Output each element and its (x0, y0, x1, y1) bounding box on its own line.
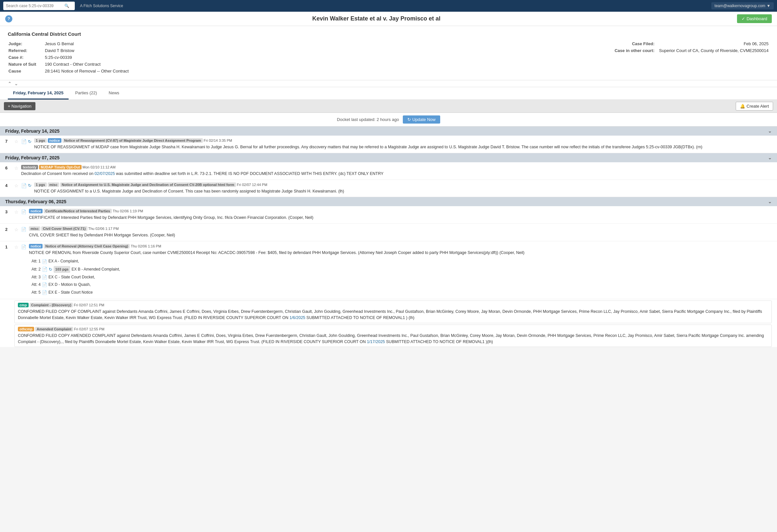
att-label-3: EX C - State Court Docket, (48, 274, 95, 281)
att-num-3: Att: 3 (31, 274, 41, 281)
link-date-sub1[interactable]: 1/6/2025 (289, 315, 305, 320)
entry-star-3[interactable]: ☆ (14, 209, 18, 215)
att-doc-icon-3[interactable]: 📄 (42, 274, 47, 281)
tag-notice-3: notice (29, 209, 42, 213)
entry-number-2: 2 (5, 226, 12, 232)
att-num-1: Att: 1 (31, 258, 41, 265)
user-email: team@walkernovagroup.com (714, 4, 765, 8)
case-title-bar: ? Kevin Walker Estate et al v. Jay Promi… (0, 12, 777, 26)
collapse-down-icon[interactable]: ⌄ (14, 81, 18, 86)
entry-star-4[interactable]: ☆ (14, 183, 18, 188)
date-header-feb14: Friday, February 14, 2025 ⌄ (0, 126, 777, 136)
collapse-up-icon[interactable]: ⌃ (8, 81, 12, 86)
judge-label: Judge: (8, 41, 44, 47)
entry-star-6[interactable]: ☆ (14, 165, 18, 171)
docket-entry-4: 4 ☆ 📄 ↻ 1 pgs misc Notice of Assignment … (0, 180, 777, 197)
sub-entry-complaint: cmp Complaint - (Discovery) Fri 02/07 12… (14, 301, 772, 323)
search-input[interactable] (6, 4, 65, 8)
att-doc-icon-1[interactable]: 📄 (42, 258, 47, 265)
entry-icons-7: 📄 ↻ (21, 138, 31, 144)
link-date-sub2[interactable]: 1/17/2025 (367, 339, 385, 344)
search-box[interactable]: 🔍 (3, 2, 75, 10)
docket-entry-3: 3 ☆ 📄 notice Certificate/Notice of Inter… (0, 206, 777, 224)
top-bar: 🔍 A Fitch Solutions Service team@walkern… (0, 0, 777, 12)
doc-icon-2[interactable]: 📄 (21, 227, 26, 232)
entry-star-1[interactable]: ☆ (14, 244, 18, 250)
collapse-section-feb06[interactable]: ⌄ (768, 199, 772, 204)
att-label-1: EX A - Complaint, (48, 258, 79, 265)
toolbar: + Navigation 🔔 Create Alert (0, 100, 777, 113)
help-icon[interactable]: ? (5, 15, 12, 22)
other-court-label: Case in other court: (610, 47, 654, 54)
entry-icons-4: 📄 ↻ (21, 183, 31, 188)
link-date-6[interactable]: 02/07/2025 (95, 172, 115, 176)
entry-body-6: textonly MJDAP Timely Opt-Out Mon 02/10 … (21, 165, 772, 177)
tag-date-2: Thu 02/06 1:17 PM (88, 227, 119, 230)
chevron-down-icon: ▼ (767, 4, 771, 8)
create-alert-button[interactable]: 🔔 Create Alert (736, 102, 773, 111)
case-num-value: 5:25-cv-00339 (45, 54, 131, 61)
tag-misc-2: misc (29, 226, 40, 231)
entry-body-2: misc Civil Cover Sheet (CV-71) Thu 02/06… (29, 226, 772, 238)
dashboard-label: Dashboard (747, 16, 767, 21)
entry-icons-3: 📄 (21, 209, 26, 214)
entry-icons-1: 📄 (21, 244, 26, 249)
tag-notice-1: notice (29, 244, 42, 248)
entry-number-3: 3 (5, 209, 12, 214)
att-label-4: EX D - Motion to Quash, (48, 281, 91, 289)
pdf-icon[interactable]: 📄 (21, 139, 27, 144)
docket-entry-2: 2 ☆ 📄 misc Civil Cover Sheet (CV-71) Thu… (0, 224, 777, 241)
reload-icon[interactable]: ↻ (28, 139, 31, 144)
entry-number-6: 6 (5, 165, 12, 171)
entry-body-7: 1 pgs notice Notice of Reassignment (CV-… (34, 138, 772, 150)
tag-mjdap: MJDAP Timely Opt-Out (39, 165, 82, 170)
date-label-feb06: Thursday, February 06, 2025 (5, 199, 66, 204)
attachment-1: Att: 1 📄 EX A - Complaint, (31, 258, 772, 265)
entry-icons-2: 📄 (21, 226, 26, 232)
update-now-button[interactable]: ↻ Update Now (403, 115, 440, 124)
att-doc-icon-4[interactable]: 📄 (42, 281, 47, 289)
tag-date-sub1: Fri 02/07 12:51 PM (74, 303, 104, 307)
dashboard-button[interactable]: ✓ Dashboard (737, 14, 772, 23)
tab-parties[interactable]: Parties (22) (70, 87, 102, 100)
doc-icon-1[interactable]: 📄 (21, 244, 26, 249)
entry-text-3: CERTIFICATE of Interested Parties filed … (29, 215, 772, 221)
tag-pages-4: 1 pgs (34, 183, 47, 187)
docket-entry-1: 1 ☆ 📄 notice Notice of Removal (Attorney… (0, 241, 777, 300)
user-menu[interactable]: team@walkernovagroup.com ▼ (711, 2, 774, 9)
collapse-section-feb07[interactable]: ⌄ (768, 155, 772, 160)
court-name: California Central District Court (8, 31, 769, 37)
tag-civil-cover: Civil Cover Sheet (CV-71) (41, 226, 87, 231)
attachment-3: Att: 3 📄 EX C - State Court Docket, (31, 274, 772, 281)
judge-value: Jesus G Bernal (45, 41, 131, 47)
sub-entry-amended-complaint: othcmp Amended Complaint Fri 02/07 12:55… (14, 325, 772, 347)
reload-icon-4[interactable]: ↻ (28, 183, 31, 188)
entry-text-7: NOTICE OF REASSIGNMENT of MJDAP case fro… (34, 144, 772, 150)
search-icon: 🔍 (65, 4, 69, 8)
docket-content: Friday, February 14, 2025 ⌄ 7 ☆ 📄 ↻ 1 pg… (0, 126, 777, 347)
entry-number-4: 4 (5, 183, 12, 188)
entry-star-7[interactable]: ☆ (14, 138, 18, 144)
pdf-icon-4[interactable]: 📄 (21, 183, 27, 188)
bell-icon: 🔔 (740, 104, 745, 109)
att-pdf-icon-2[interactable]: 📄 (42, 265, 47, 274)
create-alert-label: Create Alert (747, 104, 769, 109)
sub-entry-text-complaint: CONFORMED FILED COPY OF COMPLAINT agains… (18, 309, 768, 321)
collapse-section-feb14[interactable]: ⌄ (768, 128, 772, 134)
tab-news[interactable]: News (103, 87, 124, 100)
att-doc-icon-5[interactable]: 📄 (42, 289, 47, 296)
tag-cmp: cmp (18, 303, 29, 307)
entry-text-1: NOTICE OF REMOVAL from Riverside County … (29, 250, 772, 256)
att-reload-icon-2[interactable]: ↻ (49, 266, 52, 273)
cause-label: Cause (8, 68, 44, 74)
entry-text-6: Declination of Consent form received on … (21, 171, 772, 177)
tag-date: Fri 02/14 3:35 PM (204, 138, 232, 142)
tag-date-6: Mon 02/10 11:12 AM (83, 165, 116, 169)
dashboard-check-icon: ✓ (742, 16, 745, 21)
entry-star-2[interactable]: ☆ (14, 226, 18, 232)
navigation-button[interactable]: + Navigation (4, 102, 35, 110)
tab-docket[interactable]: Friday, February 14, 2025 (8, 87, 69, 100)
att-label-5: EX E - State Court Notice (48, 289, 93, 296)
tag-amended-complaint: Amended Complaint (35, 327, 73, 331)
doc-icon-3[interactable]: 📄 (21, 209, 26, 214)
